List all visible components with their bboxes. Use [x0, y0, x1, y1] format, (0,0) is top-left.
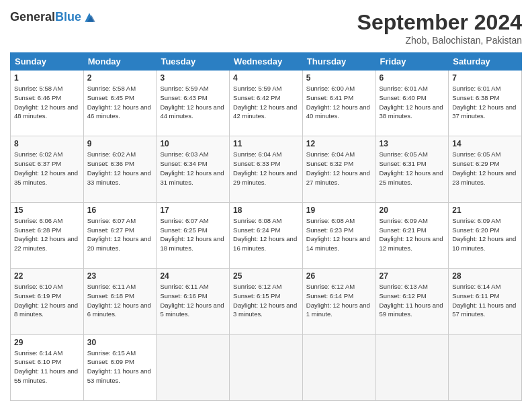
- col-thursday: Thursday: [302, 53, 375, 71]
- table-row: [157, 334, 230, 400]
- day-number: 12: [306, 139, 372, 148]
- day-number: 19: [306, 205, 372, 215]
- header: GeneralBlue September 2024 Zhob, Balochi…: [10, 10, 522, 46]
- day-detail: Sunrise: 6:12 AMSunset: 6:14 PMDaylight:…: [306, 282, 372, 319]
- day-number: 9: [87, 139, 153, 148]
- table-row: 23Sunrise: 6:11 AMSunset: 6:18 PMDayligh…: [83, 269, 157, 334]
- day-number: 20: [380, 205, 445, 215]
- table-row: 22Sunrise: 6:10 AMSunset: 6:19 PMDayligh…: [11, 269, 84, 334]
- table-row: 4Sunrise: 5:59 AMSunset: 6:42 PMDaylight…: [230, 71, 303, 136]
- table-row: 13Sunrise: 6:05 AMSunset: 6:31 PMDayligh…: [375, 136, 449, 202]
- table-row: 8Sunrise: 6:02 AMSunset: 6:37 PMDaylight…: [11, 136, 84, 202]
- table-row: 2Sunrise: 5:58 AMSunset: 6:45 PMDaylight…: [83, 71, 157, 136]
- day-detail: Sunrise: 6:11 AMSunset: 6:18 PMDaylight:…: [87, 282, 153, 319]
- table-row: 11Sunrise: 6:04 AMSunset: 6:33 PMDayligh…: [230, 136, 303, 202]
- day-detail: Sunrise: 6:08 AMSunset: 6:23 PMDaylight:…: [306, 216, 372, 253]
- month-year: September 2024: [357, 10, 522, 35]
- day-detail: Sunrise: 5:58 AMSunset: 6:46 PMDaylight:…: [14, 84, 80, 121]
- table-row: 25Sunrise: 6:12 AMSunset: 6:15 PMDayligh…: [230, 269, 303, 334]
- calendar-week-row-2: 8Sunrise: 6:02 AMSunset: 6:37 PMDaylight…: [11, 136, 522, 202]
- day-number: 5: [306, 73, 372, 83]
- day-detail: Sunrise: 6:06 AMSunset: 6:28 PMDaylight:…: [14, 216, 80, 253]
- table-row: 18Sunrise: 6:08 AMSunset: 6:24 PMDayligh…: [230, 202, 303, 268]
- table-row: 1Sunrise: 5:58 AMSunset: 6:46 PMDaylight…: [11, 71, 84, 136]
- col-monday: Monday: [83, 53, 157, 71]
- day-number: 11: [233, 139, 299, 148]
- day-detail: Sunrise: 6:14 AMSunset: 6:10 PMDaylight:…: [14, 349, 80, 385]
- table-row: 7Sunrise: 6:01 AMSunset: 6:38 PMDaylight…: [449, 71, 522, 136]
- page: GeneralBlue September 2024 Zhob, Balochi…: [0, 0, 532, 411]
- day-detail: Sunrise: 6:09 AMSunset: 6:20 PMDaylight:…: [452, 216, 518, 253]
- day-detail: Sunrise: 6:02 AMSunset: 6:37 PMDaylight:…: [14, 150, 80, 187]
- day-detail: Sunrise: 6:02 AMSunset: 6:36 PMDaylight:…: [87, 150, 153, 187]
- day-detail: Sunrise: 6:01 AMSunset: 6:40 PMDaylight:…: [380, 84, 445, 121]
- day-number: 1: [14, 73, 80, 83]
- table-row: [302, 334, 375, 400]
- table-row: 17Sunrise: 6:07 AMSunset: 6:25 PMDayligh…: [157, 202, 230, 268]
- day-detail: Sunrise: 6:09 AMSunset: 6:21 PMDaylight:…: [380, 216, 445, 253]
- table-row: 20Sunrise: 6:09 AMSunset: 6:21 PMDayligh…: [375, 202, 449, 268]
- table-row: 26Sunrise: 6:12 AMSunset: 6:14 PMDayligh…: [302, 269, 375, 334]
- table-row: 16Sunrise: 6:07 AMSunset: 6:27 PMDayligh…: [83, 202, 157, 268]
- calendar-week-row-4: 22Sunrise: 6:10 AMSunset: 6:19 PMDayligh…: [11, 269, 522, 334]
- day-number: 28: [452, 271, 518, 281]
- day-number: 3: [160, 73, 226, 83]
- calendar-week-row-1: 1Sunrise: 5:58 AMSunset: 6:46 PMDaylight…: [11, 71, 522, 136]
- day-number: 29: [14, 338, 80, 347]
- day-detail: Sunrise: 6:10 AMSunset: 6:19 PMDaylight:…: [14, 282, 80, 319]
- day-number: 8: [14, 139, 80, 148]
- day-number: 22: [14, 271, 80, 281]
- title-block: September 2024 Zhob, Balochistan, Pakist…: [357, 10, 522, 46]
- day-detail: Sunrise: 6:13 AMSunset: 6:12 PMDaylight:…: [380, 282, 445, 319]
- table-row: 14Sunrise: 6:05 AMSunset: 6:29 PMDayligh…: [449, 136, 522, 202]
- day-number: 30: [87, 338, 153, 347]
- col-friday: Friday: [375, 53, 449, 71]
- day-number: 27: [380, 271, 445, 281]
- day-detail: Sunrise: 6:04 AMSunset: 6:32 PMDaylight:…: [306, 150, 372, 187]
- day-detail: Sunrise: 6:12 AMSunset: 6:15 PMDaylight:…: [233, 282, 299, 319]
- day-detail: Sunrise: 6:03 AMSunset: 6:34 PMDaylight:…: [160, 150, 226, 187]
- calendar-week-row-5: 29Sunrise: 6:14 AMSunset: 6:10 PMDayligh…: [11, 334, 522, 400]
- table-row: 27Sunrise: 6:13 AMSunset: 6:12 PMDayligh…: [375, 269, 449, 334]
- table-row: 28Sunrise: 6:14 AMSunset: 6:11 PMDayligh…: [449, 269, 522, 334]
- day-number: 13: [380, 139, 445, 148]
- day-number: 4: [233, 73, 299, 83]
- logo-general: GeneralBlue: [10, 10, 81, 24]
- day-detail: Sunrise: 5:58 AMSunset: 6:45 PMDaylight:…: [87, 84, 153, 121]
- day-detail: Sunrise: 6:15 AMSunset: 6:09 PMDaylight:…: [87, 349, 153, 385]
- table-row: [230, 334, 303, 400]
- table-row: 3Sunrise: 5:59 AMSunset: 6:43 PMDaylight…: [157, 71, 230, 136]
- table-row: 9Sunrise: 6:02 AMSunset: 6:36 PMDaylight…: [83, 136, 157, 202]
- logo-icon: [83, 11, 96, 24]
- col-wednesday: Wednesday: [230, 53, 303, 71]
- day-number: 26: [306, 271, 372, 281]
- table-row: 30Sunrise: 6:15 AMSunset: 6:09 PMDayligh…: [83, 334, 157, 400]
- calendar-header-row: Sunday Monday Tuesday Wednesday Thursday…: [11, 53, 522, 71]
- day-number: 6: [380, 73, 445, 83]
- table-row: 10Sunrise: 6:03 AMSunset: 6:34 PMDayligh…: [157, 136, 230, 202]
- day-detail: Sunrise: 6:07 AMSunset: 6:25 PMDaylight:…: [160, 216, 226, 253]
- table-row: 21Sunrise: 6:09 AMSunset: 6:20 PMDayligh…: [449, 202, 522, 268]
- day-number: 15: [14, 205, 80, 215]
- day-number: 24: [160, 271, 226, 281]
- day-number: 14: [452, 139, 518, 148]
- day-detail: Sunrise: 6:07 AMSunset: 6:27 PMDaylight:…: [87, 216, 153, 253]
- day-detail: Sunrise: 6:08 AMSunset: 6:24 PMDaylight:…: [233, 216, 299, 253]
- table-row: [449, 334, 522, 400]
- table-row: 12Sunrise: 6:04 AMSunset: 6:32 PMDayligh…: [302, 136, 375, 202]
- col-saturday: Saturday: [449, 53, 522, 71]
- day-number: 23: [87, 271, 153, 281]
- col-tuesday: Tuesday: [157, 53, 230, 71]
- day-detail: Sunrise: 6:01 AMSunset: 6:38 PMDaylight:…: [452, 84, 518, 121]
- table-row: 5Sunrise: 6:00 AMSunset: 6:41 PMDaylight…: [302, 71, 375, 136]
- day-detail: Sunrise: 6:11 AMSunset: 6:16 PMDaylight:…: [160, 282, 226, 319]
- day-detail: Sunrise: 6:00 AMSunset: 6:41 PMDaylight:…: [306, 84, 372, 121]
- day-number: 2: [87, 73, 153, 83]
- table-row: [375, 334, 449, 400]
- table-row: 24Sunrise: 6:11 AMSunset: 6:16 PMDayligh…: [157, 269, 230, 334]
- day-detail: Sunrise: 6:14 AMSunset: 6:11 PMDaylight:…: [452, 282, 518, 319]
- table-row: 29Sunrise: 6:14 AMSunset: 6:10 PMDayligh…: [11, 334, 84, 400]
- table-row: 6Sunrise: 6:01 AMSunset: 6:40 PMDaylight…: [375, 71, 449, 136]
- table-row: 19Sunrise: 6:08 AMSunset: 6:23 PMDayligh…: [302, 202, 375, 268]
- day-number: 7: [452, 73, 518, 83]
